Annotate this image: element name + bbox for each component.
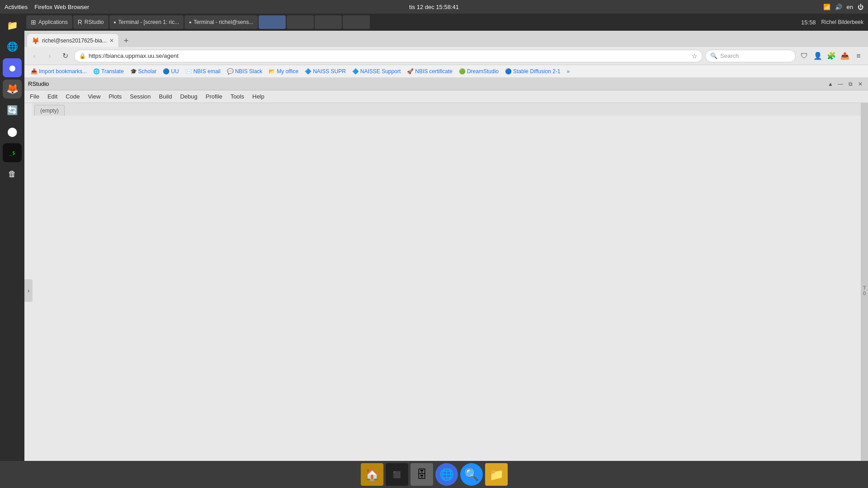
dock-circle[interactable]: ⬤ <box>3 122 22 141</box>
applications-grid-icon: ⊞ <box>31 19 36 26</box>
share-icon[interactable]: 📤 <box>839 50 851 62</box>
tab-bar: 🦊 richel@sens2017625-bia... ✕ + <box>24 31 868 47</box>
bookmark-my-office[interactable]: 📂 My office <box>266 67 301 75</box>
audio-icon: 🔊 <box>835 4 842 10</box>
power-icon[interactable]: ⏻ <box>858 4 863 10</box>
rstudio-maximize-button[interactable]: ▲ <box>826 80 835 88</box>
sidebar-t-label: T <box>863 285 866 291</box>
rstudio-main: (empty) <box>33 103 861 478</box>
taskbar-terminal-icon[interactable]: ⬛ <box>386 463 408 486</box>
rstudio-container: RStudio ▲ — ⧉ ✕ File Edit Code View Plot… <box>24 78 868 478</box>
bookmark-stable-diffusion[interactable]: 🔵 Stable Diffusion 2-1 <box>502 67 563 75</box>
tab-favicon: 🦊 <box>32 37 39 44</box>
rstudio-tab-label: (empty) <box>40 108 59 114</box>
menu-icon[interactable]: ≡ <box>853 50 864 62</box>
taskbar-home-folder-icon[interactable]: 🏠 <box>361 463 383 486</box>
taskbar-folder-icon[interactable]: 📁 <box>485 463 508 486</box>
bookmark-star-icon[interactable]: ☆ <box>692 52 698 60</box>
taskbar-file-manager-icon[interactable]: 🗄 <box>410 463 433 486</box>
dock-refresh[interactable]: 🔄 <box>3 101 22 120</box>
account-icon[interactable]: 👤 <box>812 50 824 62</box>
bookmark-translate[interactable]: 🌐 Translate <box>90 67 127 75</box>
menu-file[interactable]: File <box>26 92 43 101</box>
active-tab[interactable]: 🦊 richel@sens2017625-bia... ✕ <box>27 33 119 47</box>
menu-build[interactable]: Build <box>156 92 176 101</box>
taskbar-empty2[interactable] <box>315 15 342 29</box>
window-taskbar: ⊞ Applications R RStudio ▪ Terminal - [s… <box>24 14 868 31</box>
dock-files[interactable]: 📁 <box>3 16 22 35</box>
dock-trash[interactable]: 🗑 <box>3 164 22 183</box>
browser-chrome: 🦊 richel@sens2017625-bia... ✕ + ‹ › ↻ 🔒 … <box>24 31 868 78</box>
bookmark-import[interactable]: 📥 Import bookmarks... <box>28 67 90 75</box>
network-icon: 📶 <box>823 4 830 10</box>
bookmark-nbis-slack[interactable]: 💬 NBIS Slack <box>224 67 265 75</box>
back-button[interactable]: ‹ <box>28 50 41 62</box>
os-dock: 📁 🌐 ⬤ 🦊 🔄 ⬤ _$ 🗑 <box>0 14 24 461</box>
rstudio-workspace <box>33 116 861 478</box>
taskbar-terminal1[interactable]: ▪ Terminal - [screen 1: ric... <box>109 15 184 29</box>
taskbar-active-window[interactable] <box>259 15 286 29</box>
taskbar-applications[interactable]: ⊞ Applications <box>26 15 72 29</box>
reload-button[interactable]: ↻ <box>59 50 71 62</box>
os-taskbar: 🏠 ⬛ 🗄 🌐 🔍 📁 <box>0 461 868 488</box>
rstudio-title: RStudio <box>28 80 49 87</box>
activities-label[interactable]: Activities <box>5 4 28 10</box>
taskbar-web-icon[interactable]: 🌐 <box>435 463 458 486</box>
taskbar-terminal2[interactable]: ▪ Terminal - richel@sens... <box>184 15 258 29</box>
menu-help[interactable]: Help <box>249 92 268 101</box>
extension-icon[interactable]: 🧩 <box>826 50 837 62</box>
address-bar[interactable]: 🔒 https://bianca.uppmax.uu.se/agent ☆ <box>74 50 703 62</box>
dock-discord[interactable]: ⬤ <box>3 58 22 77</box>
bookmark-uu[interactable]: 🔵 UU <box>160 67 181 75</box>
os-topbar: Activities Firefox Web Browser tis 12 de… <box>0 0 868 14</box>
taskbar-empty3[interactable] <box>343 15 370 29</box>
nav-bar: ‹ › ↻ 🔒 https://bianca.uppmax.uu.se/agen… <box>24 47 868 65</box>
rstudio-tab-empty[interactable]: (empty) <box>34 105 65 116</box>
url-text: https://bianca.uppmax.uu.se/agent <box>89 52 689 59</box>
dock-browser[interactable]: 🌐 <box>3 37 22 56</box>
rstudio-sidebar-extra: T 0 <box>861 103 868 478</box>
bookmarks-more[interactable]: » <box>564 67 572 75</box>
taskbar-time: 15:58 <box>801 19 821 26</box>
taskbar-search-icon[interactable]: 🔍 <box>460 463 483 486</box>
browser-window: 🦊 richel@sens2017625-bia... ✕ + ‹ › ↻ 🔒 … <box>24 31 868 478</box>
bookmark-dreamstudio[interactable]: 🟢 DreamStudio <box>456 67 501 75</box>
panel-toggle-button[interactable]: › <box>24 279 33 302</box>
bookmark-nbis-cert[interactable]: 🚀 NBIS certificate <box>404 67 455 75</box>
rstudio-titlebar: RStudio ▲ — ⧉ ✕ <box>24 78 868 90</box>
tab-title: richel@sens2017625-bia... <box>42 38 107 44</box>
menu-tools[interactable]: Tools <box>227 92 248 101</box>
tab-close-button[interactable]: ✕ <box>109 38 114 44</box>
rstudio-minimize-button[interactable]: — <box>836 80 844 88</box>
rstudio-menubar: File Edit Code View Plots Session Build … <box>24 90 868 103</box>
rstudio-task-label: RStudio <box>85 19 104 25</box>
bookmark-nbis-email[interactable]: ✉️ NBIS email <box>183 67 223 75</box>
sidebar-0-label: 0 <box>863 291 866 296</box>
menu-profile[interactable]: Profile <box>202 92 226 101</box>
bookmarks-bar: 📥 Import bookmarks... 🌐 Translate 🎓 Scho… <box>24 65 868 78</box>
bookmark-naiss-supr[interactable]: 🔷 NAISS SUPR <box>302 67 349 75</box>
menu-code[interactable]: Code <box>62 92 83 101</box>
menu-session[interactable]: Session <box>126 92 154 101</box>
rstudio-content: › (empty) ▲ ▼ T 0 <box>24 103 868 478</box>
menu-debug[interactable]: Debug <box>176 92 201 101</box>
taskbar-rstudio[interactable]: R RStudio <box>73 15 108 29</box>
menu-view[interactable]: View <box>84 92 104 101</box>
forward-button[interactable]: › <box>43 50 56 62</box>
new-tab-button[interactable]: + <box>120 34 132 47</box>
lock-icon: 🔒 <box>79 53 86 59</box>
rstudio-restore-button[interactable]: ⧉ <box>846 80 854 88</box>
search-icon: 🔍 <box>710 52 717 59</box>
dock-firefox[interactable]: 🦊 <box>3 80 22 99</box>
app-name-label: Firefox Web Browser <box>34 4 89 10</box>
shield-icon[interactable]: 🛡 <box>798 50 810 62</box>
menu-edit[interactable]: Edit <box>44 92 61 101</box>
rstudio-close-button[interactable]: ✕ <box>856 80 864 88</box>
dock-terminal[interactable]: _$ <box>3 143 22 162</box>
bookmark-scholar[interactable]: 🎓 Scholar <box>127 67 160 75</box>
taskbar-empty1[interactable] <box>287 15 314 29</box>
menu-plots[interactable]: Plots <box>105 92 125 101</box>
search-bar[interactable]: 🔍 Search <box>705 50 796 62</box>
datetime-label: tis 12 dec 15:58:41 <box>409 4 459 10</box>
bookmark-naisse-support[interactable]: 🔷 NAISSE Support <box>349 67 403 75</box>
